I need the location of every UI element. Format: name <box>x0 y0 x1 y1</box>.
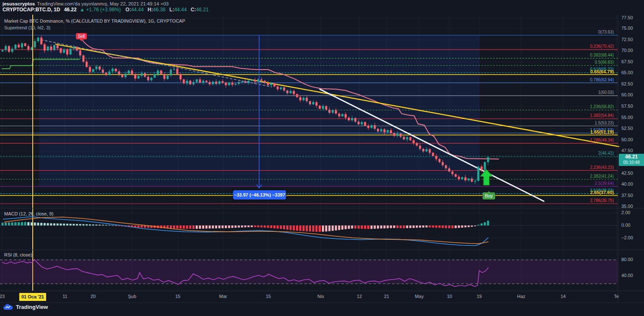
candle-body <box>5 46 7 50</box>
candle-body <box>105 73 107 75</box>
candle-body <box>234 84 236 85</box>
chart-canvas[interactable] <box>0 0 644 316</box>
price-axis-tick[interactable]: 50.00 <box>621 137 633 142</box>
rsi-axis-tick[interactable]: 80.00 <box>621 257 633 262</box>
rsi-indicator-title[interactable]: RSI (8, close) <box>4 252 32 257</box>
candle-body <box>2 50 4 51</box>
time-axis-tick[interactable]: 10 <box>447 294 452 299</box>
candle-body <box>70 49 72 54</box>
supertrend-indicator-title[interactable]: Supertrend (10, hl2, 3) <box>4 25 50 30</box>
measure-result-label: −33.97 (−46.13%) −3397 <box>233 190 286 199</box>
time-axis-tick[interactable]: 20 <box>91 294 96 299</box>
macd-histogram-bar <box>89 224 91 225</box>
attribution[interactable]: TradingView <box>3 304 48 310</box>
candle-body <box>50 47 52 50</box>
macd-histogram-bar <box>458 225 460 228</box>
price-axis-tick[interactable]: 75.00 <box>621 26 633 31</box>
price-axis-tick[interactable]: 60.00 <box>621 92 633 97</box>
macd-axis-tick[interactable]: 0.00 <box>621 223 630 228</box>
time-axis-tick[interactable]: Nis <box>317 294 324 299</box>
candle-body <box>458 177 460 179</box>
candle-body <box>186 81 188 83</box>
price-axis-tick[interactable]: 70.00 <box>621 48 633 53</box>
time-axis-tick[interactable]: 12 <box>357 294 362 299</box>
candle-body <box>487 157 489 162</box>
symbol-interval[interactable]: CRYPTOCAP:BTC.D, 1D <box>3 7 60 13</box>
time-axis-tick[interactable]: Mar <box>219 294 227 299</box>
price-axis-tick[interactable]: 72.50 <box>621 37 633 42</box>
macd-histogram-bar <box>215 225 217 228</box>
price-axis-tick[interactable]: 57.50 <box>621 104 633 109</box>
macd-axis-tick[interactable]: −2.00 <box>621 235 633 240</box>
macd-histogram-bar <box>432 225 434 228</box>
price-axis-tick[interactable]: 62.50 <box>621 81 633 86</box>
time-axis-tick[interactable]: 15 <box>175 294 180 299</box>
price-axis-tick[interactable]: 77.50 <box>621 15 633 20</box>
price-axis-tick[interactable]: 40.00 <box>621 181 633 186</box>
macd-indicator-title[interactable]: MACD (12, 26, close, 9) <box>4 211 53 216</box>
macd-histogram-bar <box>480 223 483 225</box>
candle-body <box>422 149 424 151</box>
candle-body <box>283 88 285 91</box>
candle-body <box>212 82 214 84</box>
price-axis-tick[interactable]: 35.00 <box>621 204 633 209</box>
publish-line: jesusscryptosTradingView.com'da yayınlan… <box>3 1 211 7</box>
time-axis-tick[interactable]: Şub <box>128 294 136 299</box>
macd-histogram-bar <box>338 225 340 230</box>
macd-histogram-bar <box>86 224 88 225</box>
time-axis-tick[interactable]: Te <box>614 294 619 299</box>
candle-body <box>448 168 450 171</box>
main-pane-title[interactable]: Market Cap BTC Dominance, % (CALCULATED … <box>4 18 185 23</box>
macd-histogram-bar <box>325 225 327 231</box>
macd-histogram-bar <box>454 225 457 228</box>
price-axis-tick[interactable]: 47.50 <box>621 148 633 153</box>
candle-body <box>76 47 78 50</box>
price-axis-tick[interactable]: 65.00 <box>621 70 633 75</box>
candle-body <box>244 81 247 83</box>
candle-body <box>221 81 223 83</box>
time-axis-tick[interactable]: 15 <box>266 294 271 299</box>
candle-body <box>484 162 486 170</box>
candle-body <box>293 91 295 94</box>
candle-body <box>439 159 441 162</box>
time-axis-tick[interactable]: 21 <box>384 294 389 299</box>
macd-histogram-bar <box>328 225 330 231</box>
time-axis-tick[interactable]: 23 <box>0 294 5 299</box>
macd-histogram-bar <box>393 225 395 228</box>
candle-body <box>44 44 46 51</box>
time-axis-tick[interactable]: May <box>415 294 424 299</box>
author-name[interactable]: jesusscryptos <box>3 1 35 6</box>
macd-histogram-bar <box>348 225 350 229</box>
macd-histogram-bar <box>435 225 437 228</box>
macd-histogram-bar <box>66 224 68 225</box>
time-axis-tick[interactable]: 19 <box>477 294 482 299</box>
macd-histogram-bar <box>484 222 486 225</box>
candle-body <box>140 73 143 76</box>
candle-body <box>73 47 75 49</box>
macd-histogram-bar <box>267 225 269 228</box>
time-axis-tick[interactable]: 14 <box>561 294 566 299</box>
candle-body <box>89 67 91 72</box>
time-axis-tick[interactable]: Haz <box>517 294 525 299</box>
macd-histogram-bar <box>115 225 117 226</box>
macd-histogram-bar <box>296 225 298 231</box>
candle-body <box>361 122 363 124</box>
candle-body <box>325 106 327 109</box>
price-axis-tick[interactable]: 55.00 <box>621 115 633 120</box>
macd-histogram-bar <box>212 225 214 228</box>
price-axis-tick[interactable]: 42.50 <box>621 171 633 176</box>
macd-axis-tick[interactable]: 2.00 <box>621 210 630 215</box>
price-axis-tick[interactable]: 52.50 <box>621 126 633 131</box>
price-axis-tick[interactable]: 67.50 <box>621 59 633 64</box>
current-price-tag: 46.21 05:10:48 <box>619 154 644 166</box>
macd-histogram-bar <box>277 225 279 228</box>
candle-body <box>60 48 62 53</box>
rsi-axis-tick[interactable]: 40.00 <box>621 273 633 278</box>
candle-body <box>192 82 195 84</box>
price-axis-tick[interactable]: 37.50 <box>621 193 633 198</box>
macd-histogram-bar <box>95 225 97 225</box>
macd-histogram-bar <box>199 225 201 229</box>
time-axis-tick[interactable]: 11 <box>62 294 67 299</box>
candle-body <box>147 77 149 80</box>
macd-histogram-bar <box>40 223 42 225</box>
